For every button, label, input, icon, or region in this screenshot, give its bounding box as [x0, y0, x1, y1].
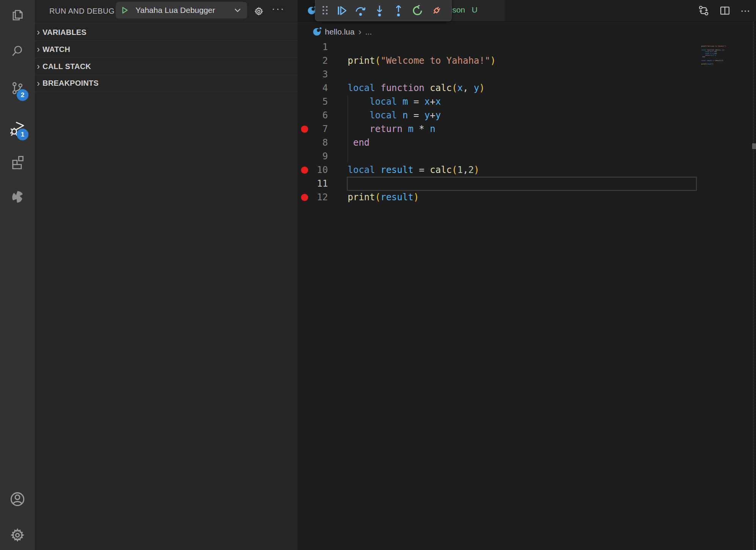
section-call-stack[interactable]: › CALL STACK — [35, 58, 298, 75]
views-more-actions-button[interactable]: ··· — [272, 3, 285, 15]
activity-bar-search[interactable] — [0, 43, 35, 61]
breakpoint-gutter[interactable] — [298, 177, 311, 190]
section-watch[interactable]: › WATCH — [35, 41, 298, 58]
line-number: 8 — [311, 136, 328, 149]
editor-actions: ⋯ — [698, 0, 751, 21]
code-line-text: local n = y+y — [328, 108, 441, 122]
code-editor[interactable]: 12print("Welcome to Yahaha!")34local fun… — [298, 40, 756, 550]
run-and-debug-sidebar: RUN AND DEBUG Yahaha Lua Debugger ··· › … — [35, 0, 298, 550]
section-label: VARIABLES — [43, 28, 87, 37]
code-line-text — [328, 149, 348, 163]
code-line[interactable]: 12print(result) — [298, 190, 756, 204]
line-number: 3 — [311, 68, 328, 81]
debug-config-dropdown[interactable]: Yahaha Lua Debugger — [116, 2, 247, 19]
debug-settings-gear-button[interactable] — [253, 5, 265, 17]
section-variables[interactable]: › VARIABLES — [35, 24, 298, 41]
line-number: 10 — [311, 163, 328, 177]
line-number: 5 — [311, 95, 328, 108]
activity-bar-settings[interactable] — [0, 527, 35, 545]
code-line[interactable]: 11 — [298, 177, 756, 190]
breadcrumb[interactable]: hello.lua › ... — [298, 24, 372, 40]
yahaha-logo-icon — [9, 189, 25, 206]
lua-file-icon — [313, 28, 321, 36]
activity-bar: 2 1 — [0, 0, 35, 550]
activity-bar-explorer[interactable] — [0, 7, 35, 25]
breakpoint-gutter[interactable] — [298, 136, 311, 149]
line-number: 6 — [311, 108, 328, 122]
code-line[interactable]: 5 local m = x+x — [298, 95, 756, 108]
line-number: 12 — [311, 190, 328, 204]
code-line[interactable]: 8 end — [298, 136, 756, 149]
step-over-icon — [354, 4, 367, 17]
account-icon — [9, 490, 26, 509]
code-line[interactable]: 1 — [298, 40, 756, 54]
toolbar-drag-handle-icon[interactable] — [318, 6, 332, 16]
scrollbar-track — [753, 22, 754, 550]
split-editor-icon — [719, 5, 731, 16]
step-out-button[interactable] — [389, 2, 408, 19]
continue-button[interactable] — [332, 2, 351, 19]
step-into-button[interactable] — [370, 2, 389, 19]
breakpoint-gutter[interactable] — [298, 40, 311, 54]
scrollbar-thumb[interactable] — [752, 143, 756, 149]
step-into-icon — [373, 4, 386, 17]
debug-view-sections: › VARIABLES › WATCH › CALL STACK › BREAK… — [35, 24, 298, 92]
code-line[interactable]: 3 — [298, 68, 756, 81]
extensions-icon — [10, 154, 25, 171]
line-number: 4 — [311, 81, 328, 95]
open-changes-button[interactable] — [698, 5, 709, 16]
code-line[interactable]: 10local result = calc(1,2) — [298, 163, 756, 177]
disconnect-button[interactable] — [427, 2, 446, 19]
code-line[interactable]: 6 local n = y+y — [298, 108, 756, 122]
activity-bar-extensions[interactable] — [0, 153, 35, 171]
activity-bar-source-control[interactable]: 2 — [0, 80, 35, 98]
breakpoint-gutter[interactable] — [298, 68, 311, 81]
minimap-line: print(result) — [701, 63, 751, 65]
editor-more-actions-button[interactable]: ⋯ — [740, 5, 751, 16]
split-editor-button[interactable] — [719, 5, 731, 16]
line-number: 9 — [311, 149, 328, 163]
activity-bar-yahaha[interactable] — [0, 189, 35, 207]
breakpoint-gutter[interactable] — [298, 95, 311, 108]
tab-bar: json U ⋯ — [298, 0, 756, 22]
breadcrumb-file[interactable]: hello.lua — [325, 27, 354, 36]
code-line-text — [328, 40, 348, 54]
line-number: 11 — [311, 177, 328, 190]
start-debugging-icon[interactable] — [121, 6, 129, 14]
restart-button[interactable] — [408, 2, 427, 19]
chevron-right-icon: › — [35, 63, 41, 69]
activity-bar-account[interactable] — [0, 491, 35, 509]
chevron-right-icon: › — [35, 29, 41, 35]
lua-file-icon — [307, 6, 316, 15]
breakpoint-dot[interactable] — [298, 190, 311, 204]
step-over-button[interactable] — [351, 2, 370, 19]
breadcrumb-symbol[interactable]: ... — [365, 27, 372, 36]
code-line[interactable]: 4local function calc(x, y) — [298, 81, 756, 95]
code-line-text — [328, 177, 348, 190]
breakpoint-dot[interactable] — [298, 122, 311, 136]
activity-bar-run-and-debug[interactable]: 1 — [0, 119, 35, 138]
chevron-down-icon — [233, 6, 242, 14]
explorer-icon — [10, 8, 25, 24]
settings-gear-icon — [9, 526, 26, 545]
breakpoint-gutter[interactable] — [298, 108, 311, 122]
minimap[interactable]: print("Welcome to Yahaha!") local functi… — [701, 40, 751, 154]
tab-label: json — [450, 5, 465, 14]
line-number: 2 — [311, 54, 328, 68]
code-line[interactable]: 9 — [298, 149, 756, 163]
section-label: WATCH — [43, 45, 70, 54]
breadcrumb-separator-icon: › — [358, 28, 361, 36]
code-line-text: local function calc(x, y) — [328, 81, 485, 95]
breakpoint-gutter[interactable] — [298, 54, 311, 68]
code-line[interactable]: 7 return m * n — [298, 122, 756, 136]
breakpoint-gutter[interactable] — [298, 149, 311, 163]
code-line[interactable]: 2print("Welcome to Yahaha!") — [298, 54, 756, 68]
disconnect-icon — [430, 4, 443, 17]
breakpoint-dot[interactable] — [298, 163, 311, 177]
section-breakpoints[interactable]: › BREAKPOINTS — [35, 75, 298, 92]
breakpoint-gutter[interactable] — [298, 81, 311, 95]
line-number: 7 — [311, 122, 328, 136]
code-line-text: return m * n — [328, 122, 435, 136]
debug-toolbar — [315, 0, 452, 21]
debug-config-label: Yahaha Lua Debugger — [135, 6, 233, 15]
